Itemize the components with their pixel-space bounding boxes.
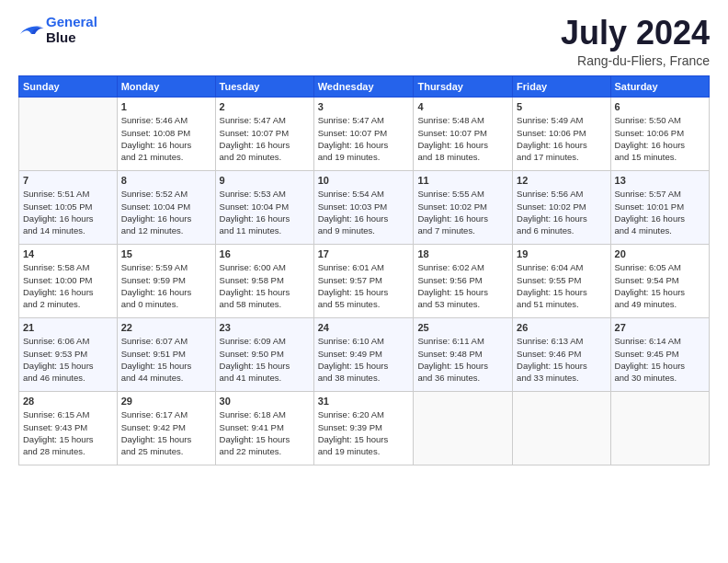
col-saturday: Saturday <box>610 75 709 97</box>
day-info: Sunrise: 5:58 AM Sunset: 10:00 PM Daylig… <box>23 261 113 310</box>
day-number: 19 <box>517 247 606 261</box>
table-row: 12Sunrise: 5:56 AM Sunset: 10:02 PM Dayl… <box>513 170 610 244</box>
col-friday: Friday <box>513 75 610 97</box>
table-row: 7Sunrise: 5:51 AM Sunset: 10:05 PM Dayli… <box>19 170 118 244</box>
day-info: Sunrise: 5:57 AM Sunset: 10:01 PM Daylig… <box>615 188 705 236</box>
day-number: 16 <box>220 247 310 261</box>
calendar-header-row: Sunday Monday Tuesday Wednesday Thursday… <box>19 75 710 97</box>
day-number: 10 <box>318 174 410 188</box>
day-number: 12 <box>517 174 606 188</box>
day-info: Sunrise: 6:10 AM Sunset: 9:49 PM Dayligh… <box>318 335 410 384</box>
day-number: 8 <box>121 174 211 188</box>
day-info: Sunrise: 5:47 AM Sunset: 10:07 PM Daylig… <box>318 114 410 163</box>
table-row: 17Sunrise: 6:01 AM Sunset: 9:57 PM Dayli… <box>313 244 414 317</box>
table-row <box>513 391 610 465</box>
day-number: 25 <box>417 321 508 335</box>
day-info: Sunrise: 5:59 AM Sunset: 9:59 PM Dayligh… <box>121 261 211 310</box>
table-row: 1Sunrise: 5:46 AM Sunset: 10:08 PM Dayli… <box>117 97 215 170</box>
table-row <box>19 97 118 170</box>
day-number: 22 <box>121 321 211 335</box>
day-number: 31 <box>318 395 410 408</box>
table-row: 26Sunrise: 6:13 AM Sunset: 9:46 PM Dayli… <box>513 317 610 391</box>
day-info: Sunrise: 6:15 AM Sunset: 9:43 PM Dayligh… <box>23 408 113 457</box>
day-info: Sunrise: 6:05 AM Sunset: 9:54 PM Dayligh… <box>615 261 705 310</box>
day-info: Sunrise: 5:48 AM Sunset: 10:07 PM Daylig… <box>417 114 508 163</box>
day-number: 24 <box>318 321 410 335</box>
table-row: 29Sunrise: 6:17 AM Sunset: 9:42 PM Dayli… <box>117 391 215 465</box>
day-info: Sunrise: 5:49 AM Sunset: 10:06 PM Daylig… <box>517 114 606 163</box>
day-info: Sunrise: 6:00 AM Sunset: 9:58 PM Dayligh… <box>220 261 310 310</box>
table-row: 13Sunrise: 5:57 AM Sunset: 10:01 PM Dayl… <box>610 170 709 244</box>
day-number: 2 <box>220 100 310 114</box>
day-number: 6 <box>615 100 705 114</box>
table-row: 23Sunrise: 6:09 AM Sunset: 9:50 PM Dayli… <box>215 317 313 391</box>
day-number: 15 <box>121 247 211 261</box>
day-number: 11 <box>417 174 508 188</box>
table-row: 25Sunrise: 6:11 AM Sunset: 9:48 PM Dayli… <box>414 317 513 391</box>
table-row: 9Sunrise: 5:53 AM Sunset: 10:04 PM Dayli… <box>215 170 313 244</box>
day-info: Sunrise: 5:56 AM Sunset: 10:02 PM Daylig… <box>517 188 606 236</box>
day-info: Sunrise: 6:01 AM Sunset: 9:57 PM Dayligh… <box>318 261 410 310</box>
day-info: Sunrise: 5:53 AM Sunset: 10:04 PM Daylig… <box>220 188 310 236</box>
day-number: 14 <box>23 247 113 261</box>
day-number: 26 <box>517 321 606 335</box>
day-number: 27 <box>615 321 705 335</box>
day-info: Sunrise: 6:07 AM Sunset: 9:51 PM Dayligh… <box>121 335 211 384</box>
day-info: Sunrise: 5:52 AM Sunset: 10:04 PM Daylig… <box>121 188 211 236</box>
table-row: 2Sunrise: 5:47 AM Sunset: 10:07 PM Dayli… <box>215 97 313 170</box>
col-thursday: Thursday <box>414 75 513 97</box>
table-row: 6Sunrise: 5:50 AM Sunset: 10:06 PM Dayli… <box>610 97 709 170</box>
logo-general: General <box>46 14 97 29</box>
day-number: 4 <box>417 100 508 114</box>
col-monday: Monday <box>117 75 215 97</box>
day-number: 28 <box>23 395 113 408</box>
table-row: 21Sunrise: 6:06 AM Sunset: 9:53 PM Dayli… <box>19 317 118 391</box>
week-row-1: 1Sunrise: 5:46 AM Sunset: 10:08 PM Dayli… <box>19 97 710 170</box>
day-info: Sunrise: 5:46 AM Sunset: 10:08 PM Daylig… <box>121 114 211 163</box>
day-info: Sunrise: 6:09 AM Sunset: 9:50 PM Dayligh… <box>220 335 310 384</box>
day-number: 30 <box>220 395 310 408</box>
week-row-4: 21Sunrise: 6:06 AM Sunset: 9:53 PM Dayli… <box>19 317 710 391</box>
day-number: 29 <box>121 395 211 408</box>
table-row: 16Sunrise: 6:00 AM Sunset: 9:58 PM Dayli… <box>215 244 313 317</box>
day-info: Sunrise: 6:11 AM Sunset: 9:48 PM Dayligh… <box>417 335 508 384</box>
table-row: 20Sunrise: 6:05 AM Sunset: 9:54 PM Dayli… <box>610 244 709 317</box>
logo-icon <box>18 21 44 40</box>
table-row: 28Sunrise: 6:15 AM Sunset: 9:43 PM Dayli… <box>19 391 118 465</box>
day-info: Sunrise: 6:13 AM Sunset: 9:46 PM Dayligh… <box>517 335 606 384</box>
table-row: 4Sunrise: 5:48 AM Sunset: 10:07 PM Dayli… <box>414 97 513 170</box>
header: General Blue July 2024 Rang-du-Fliers, F… <box>18 15 710 68</box>
table-row: 22Sunrise: 6:07 AM Sunset: 9:51 PM Dayli… <box>117 317 215 391</box>
table-row: 24Sunrise: 6:10 AM Sunset: 9:49 PM Dayli… <box>313 317 414 391</box>
day-number: 9 <box>220 174 310 188</box>
day-number: 18 <box>417 247 508 261</box>
col-tuesday: Tuesday <box>215 75 313 97</box>
calendar-table: Sunday Monday Tuesday Wednesday Thursday… <box>18 75 710 465</box>
day-info: Sunrise: 5:55 AM Sunset: 10:02 PM Daylig… <box>417 188 508 236</box>
day-info: Sunrise: 6:14 AM Sunset: 9:45 PM Dayligh… <box>615 335 705 384</box>
logo-blue: Blue <box>46 30 97 46</box>
table-row <box>414 391 513 465</box>
day-info: Sunrise: 5:51 AM Sunset: 10:05 PM Daylig… <box>23 188 113 236</box>
month-year: July 2024 <box>561 15 710 52</box>
title-block: July 2024 Rang-du-Fliers, France <box>561 15 710 68</box>
logo: General Blue <box>18 15 97 45</box>
col-sunday: Sunday <box>19 75 118 97</box>
col-wednesday: Wednesday <box>313 75 414 97</box>
day-number: 17 <box>318 247 410 261</box>
day-info: Sunrise: 6:02 AM Sunset: 9:56 PM Dayligh… <box>417 261 508 310</box>
table-row: 3Sunrise: 5:47 AM Sunset: 10:07 PM Dayli… <box>313 97 414 170</box>
week-row-5: 28Sunrise: 6:15 AM Sunset: 9:43 PM Dayli… <box>19 391 710 465</box>
table-row: 14Sunrise: 5:58 AM Sunset: 10:00 PM Dayl… <box>19 244 118 317</box>
day-info: Sunrise: 6:04 AM Sunset: 9:55 PM Dayligh… <box>517 261 606 310</box>
location: Rang-du-Fliers, France <box>561 53 710 68</box>
day-info: Sunrise: 5:47 AM Sunset: 10:07 PM Daylig… <box>220 114 310 163</box>
day-info: Sunrise: 6:18 AM Sunset: 9:41 PM Dayligh… <box>220 408 310 457</box>
day-number: 23 <box>220 321 310 335</box>
day-number: 5 <box>517 100 606 114</box>
day-info: Sunrise: 5:54 AM Sunset: 10:03 PM Daylig… <box>318 188 410 236</box>
day-info: Sunrise: 5:50 AM Sunset: 10:06 PM Daylig… <box>615 114 705 163</box>
table-row: 19Sunrise: 6:04 AM Sunset: 9:55 PM Dayli… <box>513 244 610 317</box>
table-row: 5Sunrise: 5:49 AM Sunset: 10:06 PM Dayli… <box>513 97 610 170</box>
day-number: 21 <box>23 321 113 335</box>
